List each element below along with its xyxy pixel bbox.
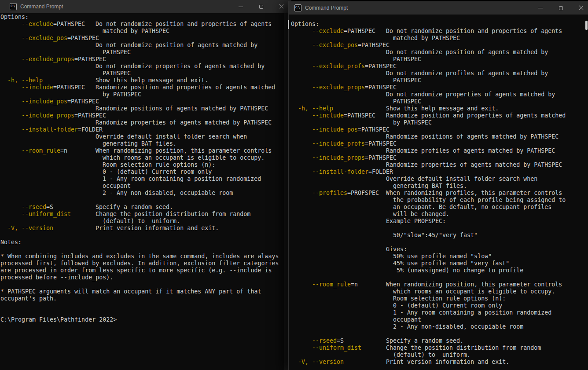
maximize-icon — [559, 6, 563, 10]
terminal-line — [0, 302, 291, 309]
terminal-text: Do not randomize profiles of agents matc… — [386, 70, 548, 77]
terminal-line: --exclude=PATHSPECDo not randomize posit… — [291, 28, 588, 35]
terminal-text: =PATHSPEC — [67, 98, 99, 105]
terminal-text: 2 - Any non-disabled, occupiable room — [393, 323, 523, 330]
terminal-text: Show this help message and exit. — [96, 77, 208, 84]
maximize-button[interactable] — [551, 1, 571, 15]
terminal-text: =PATHSPEC — [53, 21, 85, 28]
terminal-text: Change the position distribution from ra… — [96, 211, 250, 218]
terminal-line: --room_rule=nWhen randomizing position, … — [0, 147, 291, 154]
terminal-line: * When combining includes and excludes i… — [0, 253, 291, 260]
terminal-text: =PATHSPEC — [365, 63, 397, 70]
terminal-line: processed before --include_pos). — [0, 274, 291, 281]
terminal-line: Gives: — [291, 246, 588, 253]
terminal-line: Room selection rule options (n): — [291, 295, 588, 302]
terminal-line: Randomize positions of agents matched by… — [0, 105, 291, 112]
option-flag-text: -V, --version — [298, 359, 344, 366]
terminal-text: (default) to uniform. — [103, 218, 180, 225]
terminal-text: by PATHSPEC — [393, 119, 432, 126]
terminal-output[interactable]: Options:--exclude=PATHSPECDo not randomi… — [289, 15, 588, 366]
terminal-line: which rooms an occupant is eligible to o… — [0, 154, 291, 161]
terminal-text: =PATHSPEC — [67, 35, 99, 42]
terminal-text: Do not randomize properties of agents ma… — [96, 63, 265, 70]
terminal-line: Options: — [0, 14, 291, 21]
terminal-text: Do not randomize position of agents matc… — [96, 42, 257, 49]
terminal-line — [291, 225, 588, 232]
terminal-text: Specify a random seed. — [96, 204, 173, 211]
option-flag-text: --include_pos — [22, 98, 67, 105]
terminal-line: processed first, followed by excludes. I… — [0, 260, 291, 267]
option-flag-text: --exclude_props — [22, 56, 74, 63]
terminal-text: matched by PATHSPEC — [103, 28, 169, 35]
option-flag-text: --exclude_pos — [312, 42, 358, 49]
left-window-scrollbar-thumb[interactable] — [288, 20, 289, 29]
terminal-line: Randomize properties of agents matched b… — [291, 161, 588, 169]
terminal-line: --include_pos=PATHSPEC — [0, 98, 291, 105]
option-flag-text: -V, --version — [7, 225, 53, 232]
cmd-icon-glyph: C:\ — [10, 4, 15, 10]
terminal-text: 0 - (default) Current room only — [393, 302, 502, 309]
terminal-text: =S — [337, 337, 344, 344]
terminal-text: will be changed. — [393, 211, 449, 218]
terminal-line — [0, 281, 291, 288]
terminal-text: Room selection rule options (n): — [393, 295, 506, 302]
terminal-line: PATHSPEC — [291, 56, 588, 63]
desktop: C:\ Command Prompt Options:--exclude=PAT… — [0, 0, 588, 370]
terminal-line: Do not randomize position of agents matc… — [291, 49, 588, 56]
titlebar-left[interactable]: C:\ Command Prompt — [0, 0, 291, 13]
terminal-text: Gives: — [386, 246, 407, 253]
terminal-line: occupant — [291, 316, 588, 323]
terminal-text: Do not randomize position and properties… — [386, 28, 562, 35]
terminal-line: generating BAT files. — [291, 183, 588, 190]
command-prompt-window-left: C:\ Command Prompt Options:--exclude=PAT… — [0, 0, 291, 370]
terminal-text: by PATHSPEC — [103, 91, 141, 98]
terminal-line: --exclude_pos=PATHSPEC — [0, 35, 291, 42]
option-flag-text: --install-folder — [22, 126, 78, 133]
terminal-line: PATHSPEC — [0, 70, 291, 77]
terminal-text: Do not randomize position and properties… — [96, 21, 272, 28]
option-flag-text: --room_rule — [312, 281, 351, 288]
terminal-line: Randomize profiles of agents matched by … — [291, 147, 588, 154]
minimize-button[interactable] — [530, 1, 551, 15]
terminal-line: --exclude_props=PATHSPEC — [291, 84, 588, 91]
terminal-line — [0, 246, 291, 253]
terminal-text: processed first, followed by excludes. I… — [0, 260, 279, 267]
terminal-text: Randomize properties of agents matched b… — [386, 161, 562, 169]
terminal-line: matched by PATHSPEC — [0, 28, 291, 35]
window-title: Command Prompt — [20, 4, 231, 10]
terminal-text: Options: — [0, 14, 29, 21]
terminal-line — [291, 239, 588, 246]
terminal-line: Do not randomize properties of agents ma… — [291, 91, 588, 98]
terminal-line: Randomize properties of agents matched b… — [0, 119, 291, 126]
terminal-line: --install-folder=FOLDER — [0, 126, 291, 133]
terminal-line: * PATHSPEC arguments will match an occup… — [0, 288, 291, 295]
option-flag-text: --exclude_profs — [312, 63, 365, 70]
option-flag-text: --include_props — [22, 112, 74, 119]
maximize-icon — [259, 5, 263, 9]
terminal-text: occupant — [103, 183, 131, 190]
terminal-text: PATHSPEC — [103, 49, 131, 56]
terminal-line: --exclude=PATHSPECDo not randomize posit… — [0, 21, 291, 28]
terminal-line: by PATHSPEC — [291, 119, 588, 126]
terminal-text: 5% (unassigned) no change to profile — [397, 267, 523, 274]
terminal-text: =PATHSPEC — [74, 112, 106, 119]
window-title: Command Prompt — [305, 5, 530, 11]
minimize-button[interactable] — [231, 0, 251, 13]
titlebar-right[interactable]: C:\ Command Prompt — [289, 1, 588, 15]
terminal-text: =PATHSPEC — [358, 42, 390, 49]
terminal-line: Do not randomize properties of agents ma… — [0, 63, 291, 70]
terminal-line: --exclude_pos=PATHSPEC — [291, 42, 588, 49]
terminal-line: --include=PATHSPECRandomize position and… — [291, 112, 588, 119]
terminal-output[interactable]: Options:--exclude=PATHSPECDo not randomi… — [0, 13, 291, 323]
terminal-line: -h, --helpShow this help message and exi… — [0, 77, 291, 84]
terminal-line: Options: — [291, 21, 588, 28]
terminal-text: Example PROFSPEC: — [386, 218, 446, 225]
maximize-button[interactable] — [251, 0, 271, 13]
terminal-text: Notes: — [0, 239, 22, 246]
option-flag-text: --exclude — [22, 21, 53, 28]
close-button[interactable] — [571, 1, 588, 15]
option-flag-text: --room_rule — [22, 147, 60, 154]
terminal-line: --profiles=PROFSPECWhen randomizing prof… — [291, 190, 588, 197]
terminal-line: -h, --helpShow this help message and exi… — [291, 105, 588, 112]
terminal-text: =PATHSPEC — [365, 84, 397, 91]
